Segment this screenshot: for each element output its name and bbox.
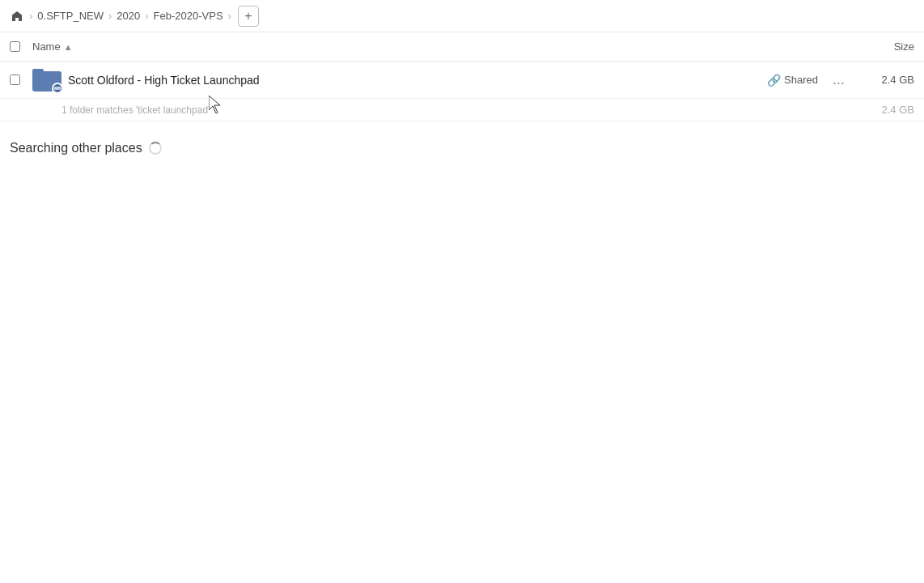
match-count-row: 1 folder matches 'ticket launchpad' 2.4 …: [0, 99, 924, 121]
shared-link-badge: [52, 83, 63, 94]
column-header-row: Name ▲ Size: [0, 32, 924, 62]
name-column-header[interactable]: Name ▲: [32, 40, 850, 53]
breadcrumb-sep-1: ›: [108, 10, 112, 22]
breadcrumb-2020[interactable]: 2020: [117, 10, 140, 22]
file-name: Scott Oldford - High Ticket Launchpad: [68, 74, 767, 87]
home-icon: [10, 9, 24, 23]
link-icon: 🔗: [767, 74, 781, 87]
file-checkbox[interactable]: [10, 74, 20, 85]
add-button[interactable]: +: [238, 6, 259, 27]
more-options-button[interactable]: ...: [828, 70, 850, 90]
breadcrumb-sep-3: ›: [228, 10, 231, 22]
file-icon-wrapper: [32, 66, 61, 95]
shared-badge: 🔗 Shared: [767, 74, 818, 87]
breadcrumb-sftp-new[interactable]: 0.SFTP_NEW: [37, 10, 104, 22]
breadcrumb-home[interactable]: [10, 9, 24, 23]
svg-rect-1: [32, 69, 44, 75]
size-column-header: Size: [850, 40, 914, 53]
file-row[interactable]: Scott Oldford - High Ticket Launchpad 🔗 …: [0, 62, 924, 99]
file-size: 2.4 GB: [850, 74, 914, 86]
breadcrumb-sep-2: ›: [145, 10, 148, 22]
breadcrumb-bar: › 0.SFTP_NEW › 2020 › Feb-2020-VPS › +: [0, 0, 924, 32]
sort-arrow-icon: ▲: [64, 42, 73, 52]
file-actions: 🔗 Shared ...: [767, 70, 850, 90]
content-area: Name ▲ Size: [0, 32, 924, 165]
searching-other-places-row: Searching other places: [0, 121, 924, 165]
searching-other-places-text: Searching other places: [10, 141, 142, 155]
breadcrumb-feb-2020-vps[interactable]: Feb-2020-VPS: [154, 10, 223, 22]
select-all-checkbox[interactable]: [10, 41, 20, 52]
breadcrumb-sep-0: ›: [29, 10, 32, 22]
header-checkbox-col: [10, 41, 32, 52]
loading-spinner: [149, 142, 162, 155]
file-row-checkbox-col: [10, 74, 32, 85]
